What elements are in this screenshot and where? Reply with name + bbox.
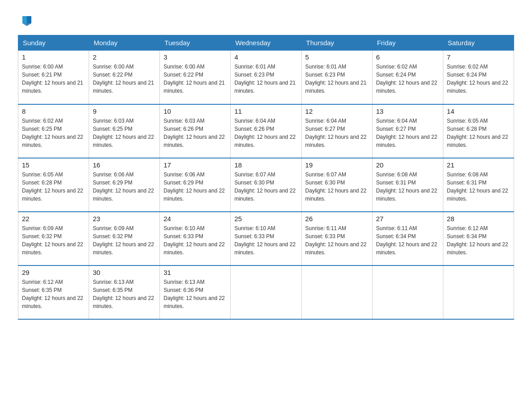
day-info: Sunrise: 6:09 AMSunset: 6:32 PMDaylight:…: [93, 225, 154, 256]
calendar-day-cell: 31 Sunrise: 6:13 AMSunset: 6:36 PMDaylig…: [160, 265, 231, 319]
calendar-day-cell: 7 Sunrise: 6:02 AMSunset: 6:24 PMDayligh…: [443, 51, 514, 104]
day-number: 6: [376, 53, 439, 61]
day-number: 24: [163, 215, 227, 223]
calendar-day-cell: 4 Sunrise: 6:01 AMSunset: 6:23 PMDayligh…: [231, 51, 301, 104]
calendar-day-cell: 23 Sunrise: 6:09 AMSunset: 6:32 PMDaylig…: [89, 212, 160, 265]
calendar-day-cell: 6 Sunrise: 6:02 AMSunset: 6:24 PMDayligh…: [372, 51, 443, 104]
day-info: Sunrise: 6:02 AMSunset: 6:24 PMDaylight:…: [376, 64, 438, 94]
calendar-day-cell: [231, 265, 301, 319]
day-number: 4: [234, 53, 297, 61]
calendar-day-cell: 11 Sunrise: 6:04 AMSunset: 6:26 PMDaylig…: [231, 104, 301, 158]
day-info: Sunrise: 6:03 AMSunset: 6:26 PMDaylight:…: [163, 118, 225, 148]
calendar-day-cell: [301, 265, 372, 319]
calendar-day-cell: 5 Sunrise: 6:01 AMSunset: 6:23 PMDayligh…: [301, 51, 372, 104]
day-info: Sunrise: 6:02 AMSunset: 6:25 PMDaylight:…: [22, 118, 83, 148]
day-info: Sunrise: 6:00 AMSunset: 6:22 PMDaylight:…: [163, 64, 225, 94]
day-number: 31: [163, 269, 227, 276]
calendar-day-cell: 9 Sunrise: 6:03 AMSunset: 6:25 PMDayligh…: [89, 104, 160, 158]
day-number: 5: [305, 53, 369, 61]
calendar-week-row: 1 Sunrise: 6:00 AMSunset: 6:21 PMDayligh…: [18, 51, 514, 104]
day-info: Sunrise: 6:05 AMSunset: 6:28 PMDaylight:…: [447, 118, 508, 148]
weekday-header: Friday: [372, 35, 443, 51]
day-info: Sunrise: 6:08 AMSunset: 6:31 PMDaylight:…: [447, 171, 508, 202]
day-number: 22: [22, 215, 85, 223]
calendar-day-cell: 10 Sunrise: 6:03 AMSunset: 6:26 PMDaylig…: [160, 104, 231, 158]
page-header: [18, 13, 514, 26]
day-number: 12: [305, 107, 369, 115]
day-number: 13: [376, 107, 439, 115]
day-number: 17: [163, 161, 227, 169]
day-info: Sunrise: 6:01 AMSunset: 6:23 PMDaylight:…: [305, 64, 367, 94]
weekday-header: Saturday: [443, 35, 514, 51]
day-info: Sunrise: 6:10 AMSunset: 6:33 PMDaylight:…: [234, 225, 296, 256]
day-number: 19: [305, 161, 369, 169]
calendar-day-cell: 18 Sunrise: 6:07 AMSunset: 6:30 PMDaylig…: [231, 158, 301, 212]
weekday-header: Thursday: [301, 35, 372, 51]
day-info: Sunrise: 6:09 AMSunset: 6:32 PMDaylight:…: [22, 225, 83, 256]
day-info: Sunrise: 6:13 AMSunset: 6:36 PMDaylight:…: [163, 279, 225, 309]
calendar-day-cell: 16 Sunrise: 6:06 AMSunset: 6:29 PMDaylig…: [89, 158, 160, 212]
calendar-week-row: 8 Sunrise: 6:02 AMSunset: 6:25 PMDayligh…: [18, 104, 514, 158]
day-number: 7: [447, 53, 510, 61]
day-number: 25: [234, 215, 297, 223]
day-info: Sunrise: 6:04 AMSunset: 6:27 PMDaylight:…: [305, 118, 367, 148]
calendar-day-cell: 28 Sunrise: 6:12 AMSunset: 6:34 PMDaylig…: [443, 212, 514, 265]
day-number: 15: [22, 161, 85, 169]
calendar-day-cell: 22 Sunrise: 6:09 AMSunset: 6:32 PMDaylig…: [18, 212, 89, 265]
day-number: 10: [163, 107, 227, 115]
day-info: Sunrise: 6:07 AMSunset: 6:30 PMDaylight:…: [305, 171, 367, 202]
calendar-day-cell: 8 Sunrise: 6:02 AMSunset: 6:25 PMDayligh…: [18, 104, 89, 158]
calendar-day-cell: 1 Sunrise: 6:00 AMSunset: 6:21 PMDayligh…: [18, 51, 89, 104]
calendar-day-cell: [443, 265, 514, 319]
weekday-header: Sunday: [18, 35, 89, 51]
day-info: Sunrise: 6:00 AMSunset: 6:21 PMDaylight:…: [22, 64, 83, 94]
day-info: Sunrise: 6:06 AMSunset: 6:29 PMDaylight:…: [93, 171, 154, 202]
calendar-header: SundayMondayTuesdayWednesdayThursdayFrid…: [18, 35, 514, 51]
day-info: Sunrise: 6:02 AMSunset: 6:24 PMDaylight:…: [447, 64, 508, 94]
day-number: 11: [234, 107, 297, 115]
day-info: Sunrise: 6:13 AMSunset: 6:35 PMDaylight:…: [93, 279, 154, 309]
weekday-header: Monday: [89, 35, 160, 51]
day-number: 29: [22, 269, 85, 276]
calendar-week-row: 15 Sunrise: 6:05 AMSunset: 6:28 PMDaylig…: [18, 158, 514, 212]
day-info: Sunrise: 6:12 AMSunset: 6:35 PMDaylight:…: [22, 279, 83, 309]
day-info: Sunrise: 6:04 AMSunset: 6:27 PMDaylight:…: [376, 118, 438, 148]
calendar-day-cell: 26 Sunrise: 6:11 AMSunset: 6:33 PMDaylig…: [301, 212, 372, 265]
calendar-day-cell: 2 Sunrise: 6:00 AMSunset: 6:22 PMDayligh…: [89, 51, 160, 104]
day-number: 26: [305, 215, 369, 223]
calendar-table: SundayMondayTuesdayWednesdayThursdayFrid…: [18, 35, 514, 320]
calendar-day-cell: 27 Sunrise: 6:11 AMSunset: 6:34 PMDaylig…: [372, 212, 443, 265]
calendar-week-row: 22 Sunrise: 6:09 AMSunset: 6:32 PMDaylig…: [18, 212, 514, 265]
calendar-day-cell: 21 Sunrise: 6:08 AMSunset: 6:31 PMDaylig…: [443, 158, 514, 212]
calendar-week-row: 29 Sunrise: 6:12 AMSunset: 6:35 PMDaylig…: [18, 265, 514, 319]
svg-marker-1: [27, 16, 31, 23]
logo-icon: [21, 13, 33, 26]
day-number: 3: [163, 53, 227, 61]
calendar-day-cell: 15 Sunrise: 6:05 AMSunset: 6:28 PMDaylig…: [18, 158, 89, 212]
day-info: Sunrise: 6:05 AMSunset: 6:28 PMDaylight:…: [22, 171, 83, 202]
day-number: 28: [447, 215, 510, 223]
calendar-body: 1 Sunrise: 6:00 AMSunset: 6:21 PMDayligh…: [18, 51, 514, 319]
day-info: Sunrise: 6:08 AMSunset: 6:31 PMDaylight:…: [376, 171, 438, 202]
day-info: Sunrise: 6:01 AMSunset: 6:23 PMDaylight:…: [234, 64, 296, 94]
day-info: Sunrise: 6:03 AMSunset: 6:25 PMDaylight:…: [93, 118, 154, 148]
day-number: 18: [234, 161, 297, 169]
calendar-day-cell: 30 Sunrise: 6:13 AMSunset: 6:35 PMDaylig…: [89, 265, 160, 319]
logo: [18, 13, 35, 26]
day-number: 9: [93, 107, 156, 115]
calendar-day-cell: [372, 265, 443, 319]
calendar-day-cell: 24 Sunrise: 6:10 AMSunset: 6:33 PMDaylig…: [160, 212, 231, 265]
day-number: 23: [93, 215, 156, 223]
calendar-day-cell: 19 Sunrise: 6:07 AMSunset: 6:30 PMDaylig…: [301, 158, 372, 212]
weekday-header: Tuesday: [160, 35, 231, 51]
calendar-day-cell: 29 Sunrise: 6:12 AMSunset: 6:35 PMDaylig…: [18, 265, 89, 319]
day-number: 8: [22, 107, 85, 115]
calendar-day-cell: 13 Sunrise: 6:04 AMSunset: 6:27 PMDaylig…: [372, 104, 443, 158]
day-number: 27: [376, 215, 439, 223]
calendar-day-cell: 3 Sunrise: 6:00 AMSunset: 6:22 PMDayligh…: [160, 51, 231, 104]
day-info: Sunrise: 6:12 AMSunset: 6:34 PMDaylight:…: [447, 225, 508, 256]
day-number: 30: [93, 269, 156, 276]
weekday-header: Wednesday: [231, 35, 301, 51]
day-info: Sunrise: 6:06 AMSunset: 6:29 PMDaylight:…: [163, 171, 225, 202]
calendar-day-cell: 25 Sunrise: 6:10 AMSunset: 6:33 PMDaylig…: [231, 212, 301, 265]
